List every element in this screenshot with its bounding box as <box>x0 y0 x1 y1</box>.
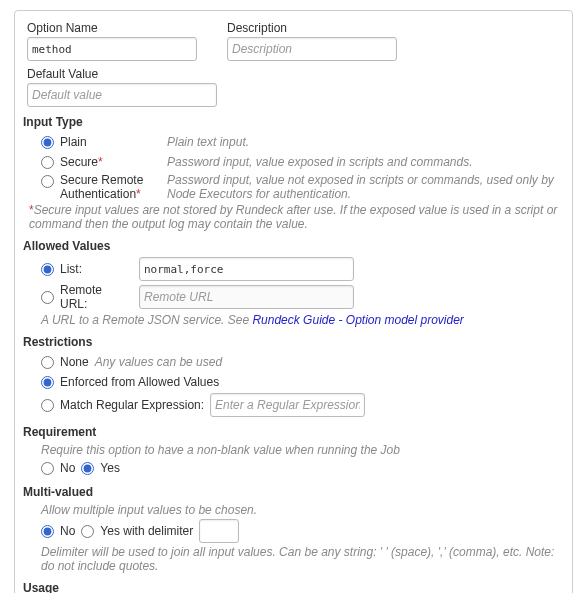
restrict-regex-label: Match Regular Expression: <box>60 398 204 412</box>
multivalued-no-label: No <box>60 524 75 538</box>
input-type-plain-radio[interactable] <box>41 136 54 149</box>
multivalued-yes-label: Yes with delimiter <box>100 524 193 538</box>
allowed-list-input[interactable] <box>139 257 354 281</box>
multivalued-yes-radio[interactable] <box>81 525 94 538</box>
usage-title: Usage <box>23 581 560 593</box>
requirement-help: Require this option to have a non-blank … <box>41 443 560 457</box>
allowed-remote-radio[interactable] <box>41 291 54 304</box>
requirement-title: Requirement <box>23 425 560 439</box>
description-input[interactable] <box>227 37 397 61</box>
requirement-no-label: No <box>60 461 75 475</box>
allowed-remote-label: Remote URL: <box>60 283 131 311</box>
default-value-label: Default Value <box>27 67 560 81</box>
multivalued-delimiter-input[interactable] <box>199 519 239 543</box>
input-type-secure-label: Secure* <box>60 155 103 169</box>
requirement-yes-radio[interactable] <box>81 462 94 475</box>
input-type-plain-desc: Plain text input. <box>167 135 249 149</box>
option-name-label: Option Name <box>27 21 197 35</box>
multivalued-title: Multi-valued <box>23 485 560 499</box>
input-type-plain-label: Plain <box>60 135 87 149</box>
multivalued-help: Allow multiple input values to be chosen… <box>41 503 560 517</box>
requirement-yes-label: Yes <box>100 461 120 475</box>
input-type-title: Input Type <box>23 115 560 129</box>
input-type-secure-remote-label: Secure Remote Authentication* <box>60 173 161 201</box>
option-editor-panel: Option Name Description Default Value In… <box>14 10 573 593</box>
description-label: Description <box>227 21 397 35</box>
input-type-secure-remote-radio[interactable] <box>41 175 54 188</box>
restrict-regex-input[interactable] <box>210 393 365 417</box>
input-type-secure-remote-desc: Password input, value not exposed in scr… <box>167 173 560 201</box>
multivalued-delim-help: Delimiter will be used to join all input… <box>41 545 560 573</box>
restrict-none-desc: Any values can be used <box>95 355 222 369</box>
allowed-list-radio[interactable] <box>41 263 54 276</box>
input-type-secure-radio[interactable] <box>41 156 54 169</box>
option-name-input[interactable] <box>27 37 197 61</box>
restrict-none-label: None <box>60 355 89 369</box>
restrict-none-radio[interactable] <box>41 356 54 369</box>
allowed-help: A URL to a Remote JSON service. See Rund… <box>41 313 560 327</box>
default-value-input[interactable] <box>27 83 217 107</box>
restrict-enforced-radio[interactable] <box>41 376 54 389</box>
allowed-remote-input[interactable] <box>139 285 354 309</box>
restrict-enforced-label: Enforced from Allowed Values <box>60 375 219 389</box>
restrict-regex-radio[interactable] <box>41 399 54 412</box>
multivalued-no-radio[interactable] <box>41 525 54 538</box>
input-type-footnote: *Secure input values are not stored by R… <box>27 203 560 231</box>
restrictions-title: Restrictions <box>23 335 560 349</box>
requirement-no-radio[interactable] <box>41 462 54 475</box>
allowed-help-link[interactable]: Rundeck Guide - Option model provider <box>252 313 463 327</box>
allowed-list-label: List: <box>60 262 82 276</box>
input-type-secure-desc: Password input, value exposed in scripts… <box>167 155 473 169</box>
allowed-values-title: Allowed Values <box>23 239 560 253</box>
